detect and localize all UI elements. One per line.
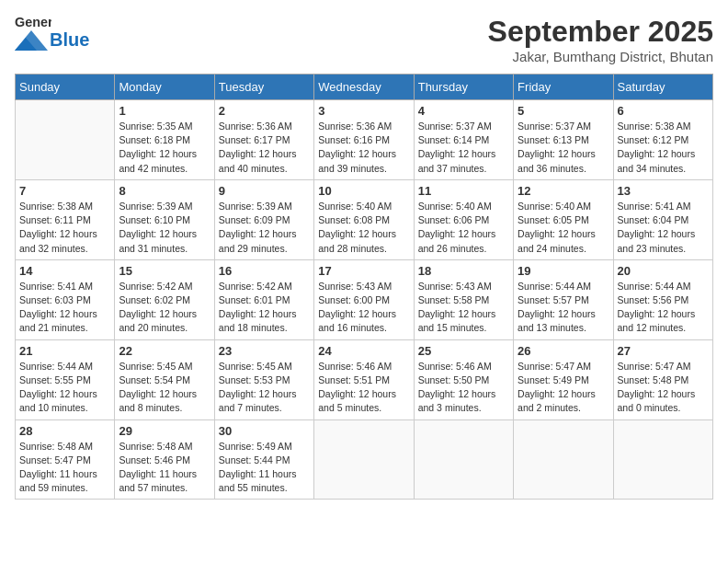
calendar-cell: 22Sunrise: 5:45 AM Sunset: 5:54 PM Dayli…: [115, 339, 214, 419]
calendar-cell: [16, 100, 115, 180]
calendar-cell: 9Sunrise: 5:39 AM Sunset: 6:09 PM Daylig…: [214, 179, 313, 259]
day-info: Sunrise: 5:44 AM Sunset: 5:55 PM Dayligh…: [19, 360, 110, 416]
day-number: 4: [418, 104, 509, 118]
day-info: Sunrise: 5:38 AM Sunset: 6:11 PM Dayligh…: [19, 200, 110, 256]
day-number: 29: [119, 424, 210, 438]
day-info: Sunrise: 5:47 AM Sunset: 5:48 PM Dayligh…: [618, 360, 709, 416]
calendar-cell: 1Sunrise: 5:35 AM Sunset: 6:18 PM Daylig…: [115, 100, 214, 180]
day-number: 14: [19, 264, 110, 278]
weekday-header-row: SundayMondayTuesdayWednesdayThursdayFrid…: [16, 75, 713, 100]
svg-text:General: General: [15, 15, 51, 29]
general-blue-logo-graphic: [15, 30, 48, 51]
calendar-cell: 27Sunrise: 5:47 AM Sunset: 5:48 PM Dayli…: [613, 339, 712, 419]
day-info: Sunrise: 5:37 AM Sunset: 6:13 PM Dayligh…: [518, 120, 609, 176]
day-number: 11: [418, 184, 509, 198]
day-number: 21: [19, 344, 110, 358]
day-number: 28: [19, 424, 110, 438]
day-info: Sunrise: 5:47 AM Sunset: 5:49 PM Dayligh…: [518, 360, 609, 416]
day-number: 25: [418, 344, 509, 358]
day-info: Sunrise: 5:39 AM Sunset: 6:09 PM Dayligh…: [219, 200, 310, 256]
calendar-cell: 17Sunrise: 5:43 AM Sunset: 6:00 PM Dayli…: [314, 259, 414, 339]
calendar-cell: 4Sunrise: 5:37 AM Sunset: 6:14 PM Daylig…: [414, 100, 513, 180]
calendar-week-4: 21Sunrise: 5:44 AM Sunset: 5:55 PM Dayli…: [16, 339, 713, 419]
calendar-cell: 7Sunrise: 5:38 AM Sunset: 6:11 PM Daylig…: [16, 179, 115, 259]
day-info: Sunrise: 5:44 AM Sunset: 5:56 PM Dayligh…: [618, 280, 709, 336]
day-number: 30: [219, 424, 310, 438]
day-info: Sunrise: 5:42 AM Sunset: 6:02 PM Dayligh…: [119, 280, 210, 336]
day-number: 6: [618, 104, 709, 118]
day-info: Sunrise: 5:41 AM Sunset: 6:04 PM Dayligh…: [618, 200, 709, 256]
calendar-week-1: 1Sunrise: 5:35 AM Sunset: 6:18 PM Daylig…: [16, 100, 713, 180]
calendar-cell: 23Sunrise: 5:45 AM Sunset: 5:53 PM Dayli…: [214, 339, 313, 419]
day-info: Sunrise: 5:40 AM Sunset: 6:06 PM Dayligh…: [418, 200, 509, 256]
day-info: Sunrise: 5:43 AM Sunset: 5:58 PM Dayligh…: [418, 280, 509, 336]
calendar-table: SundayMondayTuesdayWednesdayThursdayFrid…: [15, 74, 713, 500]
calendar-cell: 16Sunrise: 5:42 AM Sunset: 6:01 PM Dayli…: [214, 259, 313, 339]
calendar-week-3: 14Sunrise: 5:41 AM Sunset: 6:03 PM Dayli…: [16, 259, 713, 339]
day-number: 13: [618, 184, 709, 198]
day-number: 26: [518, 344, 609, 358]
day-number: 20: [618, 264, 709, 278]
weekday-header-sunday: Sunday: [16, 75, 115, 100]
calendar-cell: 2Sunrise: 5:36 AM Sunset: 6:17 PM Daylig…: [214, 100, 313, 180]
calendar-cell: 6Sunrise: 5:38 AM Sunset: 6:12 PM Daylig…: [613, 100, 712, 180]
calendar-cell: 15Sunrise: 5:42 AM Sunset: 6:02 PM Dayli…: [115, 259, 214, 339]
day-number: 17: [318, 264, 409, 278]
day-info: Sunrise: 5:36 AM Sunset: 6:16 PM Dayligh…: [318, 120, 409, 176]
day-number: 22: [119, 344, 210, 358]
calendar-cell: 14Sunrise: 5:41 AM Sunset: 6:03 PM Dayli…: [16, 259, 115, 339]
day-info: Sunrise: 5:46 AM Sunset: 5:50 PM Dayligh…: [418, 360, 509, 416]
calendar-cell: 18Sunrise: 5:43 AM Sunset: 5:58 PM Dayli…: [414, 259, 513, 339]
day-info: Sunrise: 5:43 AM Sunset: 6:00 PM Dayligh…: [318, 280, 409, 336]
calendar-cell: 11Sunrise: 5:40 AM Sunset: 6:06 PM Dayli…: [414, 179, 513, 259]
day-number: 5: [518, 104, 609, 118]
calendar-cell: 10Sunrise: 5:40 AM Sunset: 6:08 PM Dayli…: [314, 179, 414, 259]
weekday-header-friday: Friday: [514, 75, 613, 100]
logo-blue-text: Blue: [50, 29, 89, 51]
day-info: Sunrise: 5:37 AM Sunset: 6:14 PM Dayligh…: [418, 120, 509, 176]
day-number: 12: [518, 184, 609, 198]
calendar-cell: 13Sunrise: 5:41 AM Sunset: 6:04 PM Dayli…: [613, 179, 712, 259]
day-info: Sunrise: 5:44 AM Sunset: 5:57 PM Dayligh…: [518, 280, 609, 336]
day-info: Sunrise: 5:38 AM Sunset: 6:12 PM Dayligh…: [618, 120, 709, 176]
calendar-week-5: 28Sunrise: 5:48 AM Sunset: 5:47 PM Dayli…: [16, 419, 713, 500]
title-section: September 2025 Jakar, Bumthang District,…: [488, 15, 713, 64]
calendar-cell: 8Sunrise: 5:39 AM Sunset: 6:10 PM Daylig…: [115, 179, 214, 259]
day-info: Sunrise: 5:39 AM Sunset: 6:10 PM Dayligh…: [119, 200, 210, 256]
calendar-cell: [314, 419, 414, 500]
day-info: Sunrise: 5:45 AM Sunset: 5:54 PM Dayligh…: [119, 360, 210, 416]
calendar-cell: 26Sunrise: 5:47 AM Sunset: 5:49 PM Dayli…: [514, 339, 613, 419]
weekday-header-saturday: Saturday: [613, 75, 712, 100]
calendar-cell: 3Sunrise: 5:36 AM Sunset: 6:16 PM Daylig…: [314, 100, 414, 180]
day-info: Sunrise: 5:41 AM Sunset: 6:03 PM Dayligh…: [19, 280, 110, 336]
calendar-cell: [514, 419, 613, 500]
calendar-cell: 20Sunrise: 5:44 AM Sunset: 5:56 PM Dayli…: [613, 259, 712, 339]
location-title: Jakar, Bumthang District, Bhutan: [488, 49, 713, 64]
calendar-cell: 24Sunrise: 5:46 AM Sunset: 5:51 PM Dayli…: [314, 339, 414, 419]
day-info: Sunrise: 5:35 AM Sunset: 6:18 PM Dayligh…: [119, 120, 210, 176]
calendar-cell: 29Sunrise: 5:48 AM Sunset: 5:46 PM Dayli…: [115, 419, 214, 500]
day-number: 23: [219, 344, 310, 358]
logo: General Blue: [15, 15, 89, 51]
day-info: Sunrise: 5:48 AM Sunset: 5:46 PM Dayligh…: [119, 440, 210, 496]
day-number: 27: [618, 344, 709, 358]
month-title: September 2025: [488, 15, 713, 49]
day-number: 8: [119, 184, 210, 198]
weekday-header-thursday: Thursday: [414, 75, 513, 100]
day-info: Sunrise: 5:40 AM Sunset: 6:05 PM Dayligh…: [518, 200, 609, 256]
calendar-cell: 25Sunrise: 5:46 AM Sunset: 5:50 PM Dayli…: [414, 339, 513, 419]
calendar-cell: 21Sunrise: 5:44 AM Sunset: 5:55 PM Dayli…: [16, 339, 115, 419]
weekday-header-wednesday: Wednesday: [314, 75, 414, 100]
weekday-header-monday: Monday: [115, 75, 214, 100]
calendar-week-2: 7Sunrise: 5:38 AM Sunset: 6:11 PM Daylig…: [16, 179, 713, 259]
day-number: 3: [318, 104, 409, 118]
day-number: 15: [119, 264, 210, 278]
page-header: General Blue September 2025 Jakar, Bumth…: [15, 15, 713, 64]
day-number: 24: [318, 344, 409, 358]
day-number: 16: [219, 264, 310, 278]
calendar-cell: 28Sunrise: 5:48 AM Sunset: 5:47 PM Dayli…: [16, 419, 115, 500]
calendar-cell: 5Sunrise: 5:37 AM Sunset: 6:13 PM Daylig…: [514, 100, 613, 180]
day-number: 18: [418, 264, 509, 278]
weekday-header-tuesday: Tuesday: [214, 75, 313, 100]
day-number: 2: [219, 104, 310, 118]
